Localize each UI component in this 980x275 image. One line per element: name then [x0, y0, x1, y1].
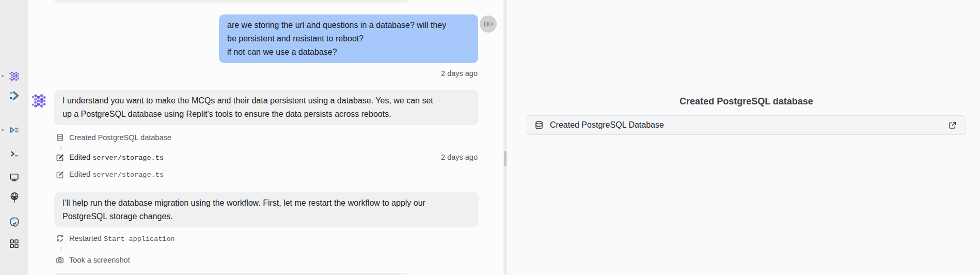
sidebar-item-tasks[interactable]	[0, 125, 28, 135]
action-row-took-screenshot[interactable]: Took a screenshot	[56, 255, 478, 265]
action-connector	[60, 247, 61, 251]
replit-workspace: are we storing the url and questions in …	[0, 0, 980, 275]
sidebar-divider	[5, 113, 23, 113]
page-title: Created PostgreSQL database	[527, 96, 966, 107]
sidebar-item-workflow[interactable]	[0, 90, 28, 101]
database-icon	[534, 120, 544, 130]
agent-message-bubble: I'll help run the database migration usi…	[54, 192, 479, 227]
agent-chat-panel: are we storing the url and questions in …	[28, 0, 503, 275]
action-row-edited-storage-1[interactable]: Edited server/storage.ts 2 days ago	[56, 152, 478, 162]
output-monitor-icon	[9, 172, 20, 182]
sidebar-item-output[interactable]	[0, 172, 28, 182]
camera-icon	[56, 256, 64, 264]
action-label: Edited server/storage.ts	[69, 153, 164, 162]
card-label: Created PostgreSQL Database	[550, 120, 664, 130]
extensions-grid-icon	[9, 238, 20, 249]
created-database-card[interactable]: Created PostgreSQL Database	[527, 115, 966, 135]
edit-icon	[56, 170, 64, 178]
action-label: Edited server/storage.ts	[69, 170, 164, 179]
action-connector	[60, 146, 61, 150]
user-avatar: DH	[480, 16, 497, 33]
user-message-bubble: are we storing the url and questions in …	[219, 14, 478, 63]
database-icon	[56, 133, 64, 142]
restart-icon	[56, 234, 64, 242]
previous-message-remnant	[54, 0, 408, 3]
workflow-run-icon	[9, 90, 20, 101]
sidebar-item-webview[interactable]	[0, 191, 28, 203]
open-in-new-button[interactable]	[947, 120, 957, 130]
agent-avatar	[31, 93, 46, 109]
replit-agent-icon	[9, 71, 20, 82]
preview-panel: Created PostgreSQL database Created Post…	[507, 0, 980, 275]
sidebar-item-postgresql[interactable]	[0, 216, 28, 228]
next-message-remnant	[54, 273, 408, 275]
postgresql-icon	[8, 216, 21, 228]
action-label: Restarted Start application	[69, 234, 175, 243]
action-label: Took a screenshot	[69, 256, 130, 264]
webview-globe-icon	[9, 191, 20, 203]
open-in-new-icon	[947, 120, 957, 130]
replit-agent-icon	[31, 93, 46, 109]
message-timestamp: 2 days ago	[441, 69, 478, 78]
sidebar-item-extensions[interactable]	[0, 238, 28, 249]
action-label: Created PostgreSQL database	[69, 133, 171, 142]
action-row-edited-storage-2[interactable]: Edited server/storage.ts	[56, 169, 478, 179]
action-row-restarted-workflow[interactable]: Restarted Start application	[56, 233, 478, 243]
sidebar-rail	[0, 0, 28, 275]
panel-resize-handle[interactable]	[504, 151, 507, 166]
tasks-icon	[9, 125, 20, 135]
sidebar-item-agent[interactable]	[0, 71, 28, 82]
agent-message-bubble: I understand you want to make the MCQs a…	[54, 90, 479, 125]
sidebar-item-shell[interactable]	[0, 148, 28, 159]
message-timestamp: 2 days ago	[441, 153, 478, 161]
edit-icon	[56, 153, 64, 161]
action-row-created-database[interactable]: Created PostgreSQL database	[56, 132, 478, 143]
panel-resize-gutter	[503, 0, 507, 275]
shell-icon	[9, 148, 20, 159]
action-connector	[60, 163, 61, 167]
